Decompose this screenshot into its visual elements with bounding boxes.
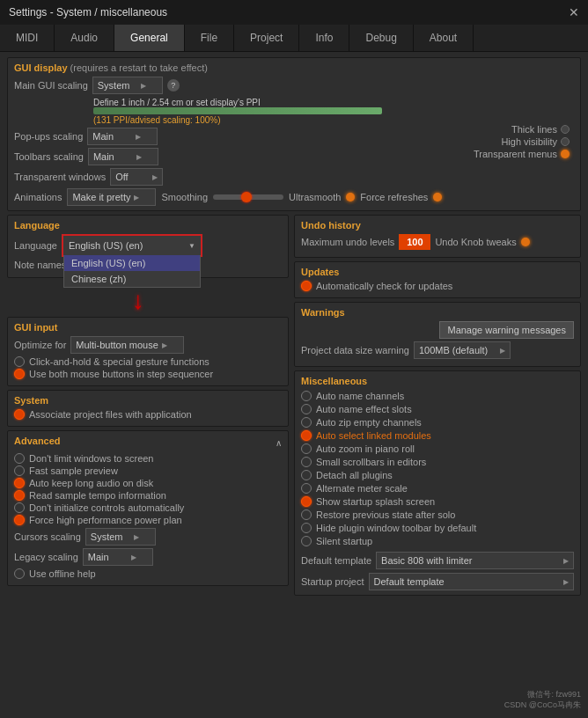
adv-radio-0[interactable] [14,453,25,464]
both-buttons-radio[interactable] [14,369,25,379]
undo-section: Undo history Maximum undo levels Undo Kn… [294,215,581,258]
high-visibility-indicator[interactable] [561,137,570,146]
misc-opt-3: Auto select linked modules [301,430,574,441]
tab-info[interactable]: Info [299,25,349,51]
misc-radio-2[interactable] [301,417,312,428]
warnings-section: Warnings Manage warning messages Project… [294,302,581,367]
gui-display-section: GUI display (requires a restart to take … [7,57,581,211]
animations-dropdown[interactable]: Make it pretty [67,188,156,206]
startup-project-dropdown[interactable]: Default template [369,573,574,590]
adv-opt-1: Fast sample preview [14,465,282,476]
misc-radio-4[interactable] [301,443,312,454]
misc-radio-1[interactable] [301,404,312,414]
language-section: Language Language English (US) (en) Engl… [7,215,289,278]
legacy-dropdown[interactable]: Main [83,548,153,566]
project-data-label: Project data size warning [301,345,409,355]
main-scaling-dropdown[interactable]: System [92,77,163,94]
animations-row: Animations Make it pretty Smoothing Ultr… [14,188,574,206]
both-buttons-row: Use both mouse buttons in step sequencer [14,369,282,379]
language-dropdown-header[interactable]: English (US) (en) [63,236,201,255]
misc-radio-5[interactable] [301,457,312,467]
advanced-section: Advanced ∧ Don't limit windows to screen… [7,430,289,586]
tab-about[interactable]: About [414,25,474,51]
tab-debug[interactable]: Debug [349,25,413,51]
misc-opt-7: Alternate meter scale [301,483,574,494]
tab-general[interactable]: General [114,25,185,51]
startup-project-label: Startup project [301,576,364,587]
adv-radio-4[interactable] [14,502,25,513]
misc-radio-0[interactable] [301,391,312,401]
transparent-windows-label: Transparent windows [14,172,106,182]
misc-radio-9[interactable] [301,509,312,520]
misc-opt-0: Auto name channels [301,391,574,401]
optimize-dropdown[interactable]: Multi-button mouse [70,336,184,354]
max-undo-input[interactable] [399,234,430,250]
associate-label: Associate project files with application [29,409,192,420]
adv-radio-1[interactable] [14,465,25,476]
offline-help-radio[interactable] [14,568,25,579]
associate-radio[interactable] [14,409,25,420]
auto-check-radio[interactable] [301,281,312,291]
click-hold-radio[interactable] [14,356,25,367]
tab-project[interactable]: Project [234,25,299,51]
misc-radio-6[interactable] [301,470,312,480]
thick-lines-row: Thick lines [511,124,570,135]
gui-input-title: GUI input [14,322,282,333]
force-refreshes-indicator[interactable] [433,193,442,201]
close-button[interactable]: ✕ [569,5,579,19]
transparent-menus-label: Transparent menus [474,149,557,159]
adv-opt-5: Force high performance power plan [14,515,282,525]
misc-radio-8[interactable] [301,496,312,507]
language-option-en[interactable]: English (US) (en) [64,255,200,271]
tab-file[interactable]: File [185,25,234,51]
adv-opt-0: Don't limit windows to screen [14,453,282,464]
cursors-dropdown[interactable]: System [85,528,156,546]
offline-help-row: Use offline help [14,568,282,579]
smoothing-label: Smoothing [161,192,208,202]
smoothing-slider[interactable] [213,194,283,200]
system-title: System [14,395,282,406]
misc-radio-3[interactable] [301,430,312,441]
system-section: System Associate project files with appl… [7,390,289,427]
language-dropdown[interactable]: English (US) (en) English (US) (en) Chin… [62,234,202,257]
transparent-windows-row: Transparent windows Off [14,168,574,186]
adv-radio-3[interactable] [14,490,25,501]
misc-title: Miscellaneous [301,376,574,386]
adv-radio-2[interactable] [14,478,25,488]
misc-radio-10[interactable] [301,523,312,533]
adv-radio-5[interactable] [14,515,25,525]
project-data-dropdown[interactable]: 100MB (default) [414,341,511,359]
language-row: Language English (US) (en) English (US) … [14,234,282,257]
ultrasmooth-label: Ultrasmooth [289,192,341,202]
default-template-dropdown[interactable]: Basic 808 with limiter [376,552,574,569]
popup-scaling-dropdown[interactable]: Main [87,128,158,145]
ultrasmooth-indicator[interactable] [346,193,355,201]
adv-opt-3: Read sample tempo information [14,490,282,501]
transparent-menus-indicator[interactable] [561,150,570,158]
default-template-label: Default template [301,555,371,566]
transparent-windows-dropdown[interactable]: Off [110,168,163,186]
undo-title: Undo history [301,220,574,231]
ppi-label: Define 1 inch / 2.54 cm or set display's… [93,98,261,107]
misc-radio-7[interactable] [301,483,312,494]
misc-radio-11[interactable] [301,536,312,546]
manage-warnings-button[interactable]: Manage warning messages [439,321,574,339]
project-data-row: Project data size warning 100MB (default… [301,341,574,359]
misc-opt-9: Restore previous state after solo [301,509,574,520]
legacy-label: Legacy scaling [14,552,78,562]
misc-opt-6: Detach all plugins [301,470,574,480]
language-option-zh[interactable]: Chinese (zh) [64,271,200,287]
tab-midi[interactable]: MIDI [0,25,55,51]
toolbar-scaling-dropdown[interactable]: Main [88,148,158,165]
help-icon[interactable]: ? [167,79,180,92]
cursors-row: Cursors scaling System [14,528,282,546]
thick-lines-indicator[interactable] [561,125,570,134]
force-refreshes-label: Force refreshes [360,192,428,202]
startup-project-row: Startup project Default template [301,573,574,590]
gui-input-section: GUI input Optimize for Multi-button mous… [7,317,289,386]
tab-audio[interactable]: Audio [55,25,114,51]
two-col-layout: Language Language English (US) (en) Engl… [7,215,581,596]
undo-knob-indicator[interactable] [521,238,530,246]
click-hold-label: Click-and-hold & special gesture functio… [29,356,209,367]
warnings-title: Warnings [301,307,574,318]
